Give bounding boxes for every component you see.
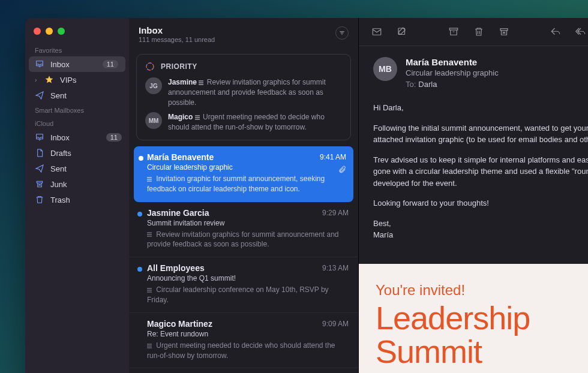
sidebar-item-inbox[interactable]: Inbox11 [29,56,125,72]
sidebar-item-label: Drafts [50,149,71,158]
message-item[interactable]: All Employees9:13 AMAnnouncing the Q1 su… [129,257,358,313]
drafts-icon [35,148,44,158]
sidebar-section-title: Favorites [25,43,129,56]
message-sender: Magico Martinez [147,319,212,329]
message-list-pane: Inbox 111 messages, 11 unread PRIORITY J… [129,18,358,373]
reader-paragraph: Hi Darla, [373,102,588,114]
trash-icon [35,195,44,204]
message-list[interactable]: María Benavente9:41 AMCircular leadershi… [129,146,358,373]
sidebar-item-label: Sent [50,91,67,100]
sidebar: FavoritesInbox11›VIPsSentSmart Mailboxes… [25,18,129,373]
invite-heading-small: You're invited! [376,282,588,299]
message-subject: Announcing the Q1 summit! [147,274,349,282]
sidebar-item-sent[interactable]: Sent [25,88,129,103]
sidebar-item-label: Sent [50,164,67,173]
message-item[interactable]: Magico Martinez9:09 AMRe: Event rundown … [129,313,358,369]
attachment-icon [338,166,346,174]
reader-to: To:Darla [406,80,499,89]
priority-avatar: MM [145,112,162,129]
reader-paragraph: Looking forward to your thoughts! [373,197,588,209]
sidebar-item-junk[interactable]: Junk [25,176,129,192]
junk-icon[interactable] [498,26,510,37]
mailbox-subtitle: 111 messages, 11 unread [139,36,335,43]
message-item[interactable]: María Benavente9:41 AMCircular leadershi… [134,146,353,202]
reader-toolbar [359,18,588,46]
message-sender: María Benavente [147,152,214,162]
sidebar-section-title: Smart Mailboxes [25,103,129,116]
message-sender: Jasmine Garcia [147,208,209,218]
sidebar-item-inbox[interactable]: Inbox11 [25,130,129,145]
sidebar-item-label: Inbox [50,133,70,142]
invite-heading-line1: Leadership [376,301,588,335]
unread-dot [137,212,142,216]
reply-icon[interactable] [550,26,562,37]
message-item[interactable]: Jasmine Garcia9:29 AMSummit invitation r… [129,202,358,258]
message-preview: Invitation graphic for summit announceme… [147,174,346,194]
sidebar-item-trash[interactable]: Trash [25,192,129,207]
junk-icon [35,179,44,189]
sidebar-item-drafts[interactable]: Drafts [25,145,129,161]
priority-text: Jasmine Review invitation graphics for s… [168,77,342,107]
reader-paragraph: Following the initial summit announcemen… [373,122,588,146]
message-preview: Urgent meeting needed to decide who shou… [147,341,349,361]
summary-icon [199,80,205,85]
summary-icon [147,288,153,293]
minimize-window-button[interactable] [46,28,53,35]
unread-dot [139,156,143,161]
compose-icon[interactable] [396,26,408,37]
summary-icon [147,344,153,348]
svg-rect-0 [37,181,42,183]
window-controls [25,23,129,43]
sidebar-item-label: Inbox [50,60,70,69]
summary-icon [195,115,201,120]
reader-subject: Circular leadership graphic [406,68,499,77]
envelope-icon[interactable] [371,26,383,37]
filter-button[interactable] [335,26,349,40]
inbox-icon [35,133,44,142]
archive-icon[interactable] [448,26,460,37]
trash-icon[interactable] [473,26,485,37]
svg-rect-6 [373,29,381,35]
sent-icon [35,91,44,100]
close-window-button[interactable] [34,28,41,35]
invitation-attachment[interactable]: You're invited! Leadership Summit [359,264,588,374]
reader-body: Hi Darla,Following the initial summit an… [359,98,588,253]
star-icon [44,75,54,85]
message-time: 9:41 AM [320,153,346,161]
sender-avatar: MB [373,57,397,81]
sent-icon [35,164,44,173]
invite-heading-line2: Summit [376,335,588,369]
message-item[interactable]: Fleur Lasseur8:57 AMStrategy deck v5 Mee… [129,368,358,373]
sidebar-item-label: Trash [50,195,70,204]
sidebar-item-sent[interactable]: Sent [25,161,129,176]
message-sender: All Employees [147,263,205,273]
sidebar-item-label: Junk [50,180,67,189]
mail-window: FavoritesInbox11›VIPsSentSmart Mailboxes… [25,18,588,373]
priority-label: PRIORITY [161,62,197,71]
priority-item[interactable]: MMMagico Urgent meeting needed to decide… [145,112,342,133]
priority-icon [145,62,155,71]
priority-text: Magico Urgent meeting needed to decide w… [168,112,342,133]
message-subject: Circular leadership graphic [147,163,346,172]
summary-icon [147,177,153,182]
sidebar-item-label: VIPs [60,76,76,85]
message-preview: Circular leadership conference on May 10… [147,285,349,305]
maximize-window-button[interactable] [58,28,65,35]
reader-paragraph: Best,María [373,218,588,241]
sidebar-section-title: iCloud [25,116,129,130]
reader-header: MB María Benavente Circular leadership g… [359,46,588,98]
message-time: 9:09 AM [322,320,349,328]
message-subject: Summit invitation review [147,219,349,227]
svg-rect-9 [500,29,508,31]
reply-all-icon[interactable] [575,26,587,37]
chevron-right-icon: › [35,77,41,83]
sidebar-item-vips[interactable]: ›VIPs [25,72,129,88]
message-subject: Re: Event rundown [147,330,349,338]
svg-rect-8 [449,28,458,30]
mailbox-title: Inbox [139,25,335,35]
priority-item[interactable]: JGJasmine Review invitation graphics for… [145,77,342,107]
reader-paragraph: Trev advised us to keep it simple for in… [373,154,588,189]
summary-icon [147,232,153,237]
message-list-header: Inbox 111 messages, 11 unread [129,18,358,49]
unread-dot [137,267,142,272]
